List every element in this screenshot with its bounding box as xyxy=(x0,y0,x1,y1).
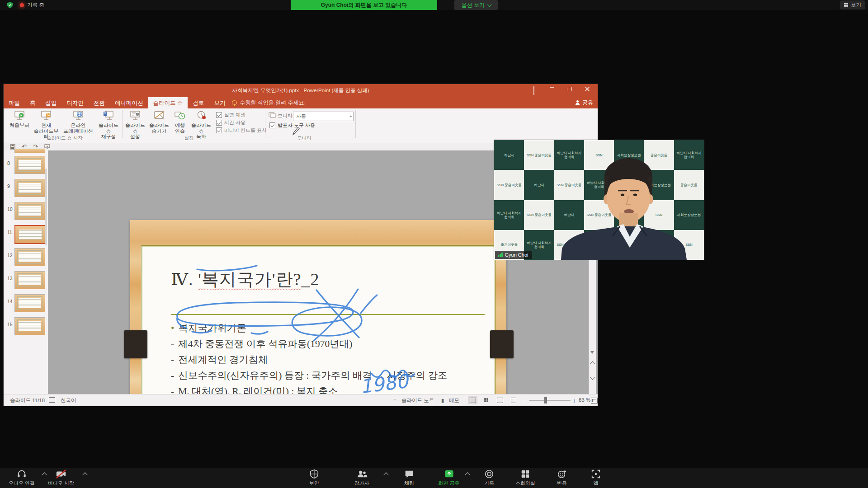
thumbnail-number: 8 xyxy=(7,160,10,166)
audio-options-caret[interactable] xyxy=(42,472,47,477)
group-label-settings: 설정 xyxy=(153,135,225,141)
rehearse-label-2: 연습 xyxy=(175,128,185,134)
checkbox-media-controls[interactable]: 미디어 컨트롤 표시 xyxy=(216,127,267,134)
bullet-line: -전세계적인 경기침체 xyxy=(171,353,268,366)
title-bar[interactable]: 사회복지'란 무엇인가(1).pptx - PowerPoint (제품 인증 … xyxy=(4,84,598,97)
zoom-percentage[interactable]: 83 % xyxy=(579,397,590,403)
slide-sorter-view-button[interactable] xyxy=(482,396,491,404)
clock-icon xyxy=(174,110,186,121)
previous-slide-button[interactable] xyxy=(590,358,595,369)
slide-thumbnail[interactable] xyxy=(14,317,45,335)
tab-review[interactable]: 검토 xyxy=(188,97,209,108)
normal-view-button[interactable] xyxy=(468,396,477,404)
tab-home[interactable]: 홈 xyxy=(25,97,41,108)
scroll-down-arrow[interactable] xyxy=(590,351,594,354)
memo-button[interactable]: 메모 xyxy=(449,397,459,404)
group-label-start: 슬라이드 쇼 시작 xyxy=(31,135,99,141)
tab-insert[interactable]: 삽입 xyxy=(41,97,62,108)
security-button[interactable]: 보안 xyxy=(309,469,319,487)
group-label-monitor: 모니터 xyxy=(275,135,334,141)
tab-slideshow[interactable]: 슬라이드 쇼 xyxy=(148,97,188,108)
view-options-label: 옵션 보기 xyxy=(462,1,485,9)
tab-file[interactable]: 파일 xyxy=(4,97,25,108)
tab-animations[interactable]: 애니메이션 xyxy=(110,97,148,108)
custom-slideshow-label-2: 재구성 xyxy=(101,134,116,139)
meeting-info-shield-icon[interactable] xyxy=(6,1,14,9)
fit-to-window-button[interactable] xyxy=(590,396,599,404)
checkbox-icon xyxy=(216,127,222,133)
from-start-label: 처음부터 xyxy=(9,122,29,128)
thumbnail-number: 13 xyxy=(7,276,13,281)
slide-thumbnail[interactable] xyxy=(14,248,45,266)
setup-slideshow-button[interactable]: 슬라이드 쇼 설정 xyxy=(124,110,146,140)
breakout-rooms-label: 소회의실 xyxy=(515,480,535,487)
setup-label-1: 슬라이드 쇼 xyxy=(125,122,145,134)
video-options-caret[interactable] xyxy=(82,472,87,477)
record-button[interactable]: 기록 xyxy=(484,469,494,487)
hide-slide-label-2: 숨기기 xyxy=(152,128,167,134)
right-clip-decoration xyxy=(490,330,514,358)
thumbnail-scrollbar[interactable] xyxy=(45,169,47,245)
zoom-slider-track[interactable] xyxy=(529,400,571,401)
reactions-icon xyxy=(557,469,567,479)
security-label: 보안 xyxy=(309,480,319,487)
view-button[interactable]: 보기 xyxy=(840,0,865,9)
share-screen-button[interactable]: 화면 공유 xyxy=(438,469,459,487)
screen: 기록 중 Gyun Choi의 화면을 보고 있습니다 옵션 보기 보기 사회복… xyxy=(0,0,868,488)
hide-slide-label-1: 슬라이드 xyxy=(149,122,169,128)
restore-button[interactable] xyxy=(567,87,572,91)
audio-button[interactable]: 오디오 연결 xyxy=(9,469,35,487)
language-label[interactable]: 한국어 xyxy=(61,397,76,404)
zoom-in-button[interactable]: + xyxy=(572,397,576,404)
slideshow-view-button[interactable] xyxy=(509,396,518,404)
video-button[interactable]: 비디오 시작 xyxy=(48,469,74,487)
share-options-caret[interactable] xyxy=(465,472,470,477)
chat-button[interactable]: 채팅 xyxy=(404,469,414,487)
chat-label: 채팅 xyxy=(404,480,414,487)
zoom-out-button[interactable]: − xyxy=(522,397,525,404)
recording-label: 기록 중 xyxy=(27,2,44,9)
tab-view[interactable]: 보기 xyxy=(209,97,230,108)
bullet-line: •복지국가위기론 xyxy=(171,321,246,334)
ribbon-display-options-button[interactable] xyxy=(533,87,534,95)
tab-design[interactable]: 디자인 xyxy=(62,97,89,108)
checkbox-timings-label: 시간 사용 xyxy=(224,119,245,126)
apps-button[interactable]: 앱 xyxy=(591,469,601,487)
minimize-button[interactable] xyxy=(550,84,554,88)
zoom-top-bar: 기록 중 Gyun Choi의 화면을 보고 있습니다 옵션 보기 보기 xyxy=(0,0,868,10)
reactions-button[interactable]: 반응 xyxy=(557,469,567,487)
close-button[interactable] xyxy=(585,87,590,92)
slide-thumbnail-selected[interactable] xyxy=(14,225,46,244)
tell-me-box[interactable]: 수행할 작업을 알려 주세요. xyxy=(230,97,307,108)
bullet-line: -제4차 중동전쟁 이후 석유파동(1970년대) xyxy=(171,337,352,350)
slide-thumbnail[interactable] xyxy=(14,271,45,289)
present-online-button[interactable]: 온라인 프레젠테이션 xyxy=(61,110,95,134)
tab-transitions[interactable]: 전환 xyxy=(89,97,110,108)
view-options-button[interactable]: 옵션 보기 xyxy=(454,0,498,10)
slide-thumbnail[interactable] xyxy=(14,202,45,220)
rehearse-timings-button[interactable]: 예행 연습 xyxy=(172,110,188,134)
share-button[interactable]: 공유 xyxy=(575,99,593,107)
from-start-button[interactable]: 처음부터 xyxy=(7,110,32,128)
participants-caret[interactable] xyxy=(383,472,388,477)
notes-button[interactable]: 슬라이드 노트 xyxy=(401,397,434,404)
hide-slide-button[interactable]: 슬라이드 숨기기 xyxy=(147,110,171,134)
audio-label: 오디오 연결 xyxy=(9,480,35,487)
slide-thumbnail[interactable] xyxy=(14,294,45,312)
checkbox-timings[interactable]: 시간 사용 xyxy=(216,119,245,126)
screen-settings-icon xyxy=(129,110,141,121)
lightbulb-icon xyxy=(232,100,237,105)
zoom-slider-thumb[interactable] xyxy=(544,397,547,404)
rehearse-label-1: 예행 xyxy=(175,122,185,128)
monitor-select[interactable]: 자동 xyxy=(293,112,354,121)
custom-slideshow-button[interactable]: 슬라이드 쇼 재구성 xyxy=(96,110,121,140)
from-current-label-1: 현재 xyxy=(41,122,51,128)
slide-thumbnail[interactable] xyxy=(14,156,45,174)
checkbox-icon xyxy=(216,112,222,118)
breakout-rooms-button[interactable]: 소회의실 xyxy=(515,469,535,487)
reading-view-button[interactable] xyxy=(495,396,505,404)
checkbox-narration[interactable]: 설명 재생 xyxy=(216,112,245,118)
participants-button[interactable]: 참가자 xyxy=(354,469,369,487)
next-slide-button[interactable] xyxy=(590,373,595,384)
slide-thumbnail[interactable] xyxy=(14,179,45,197)
